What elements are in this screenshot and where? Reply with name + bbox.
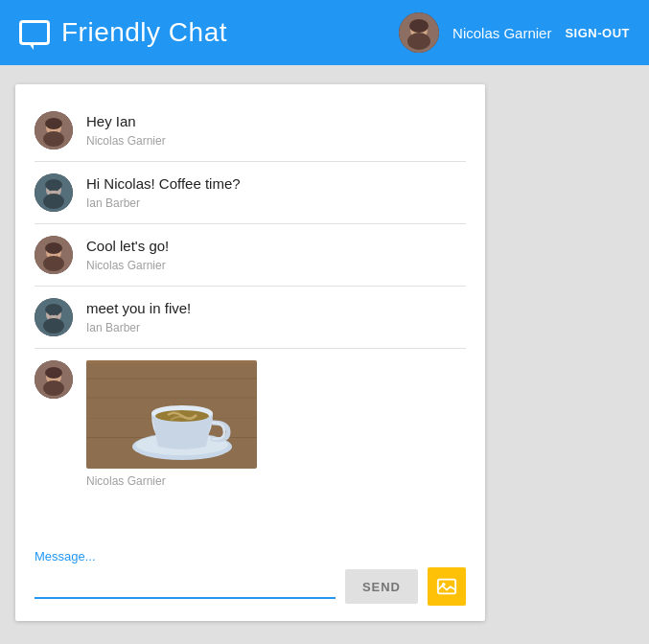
svg-rect-38: [86, 378, 257, 380]
app-logo-icon: [19, 20, 50, 45]
message-item: Nicolas Garnier: [35, 349, 466, 499]
message-item: meet you in five!Ian Barber: [35, 287, 466, 349]
svg-rect-39: [86, 397, 257, 399]
message-sender: Nicolas Garnier: [86, 134, 166, 148]
svg-point-2: [409, 19, 429, 33]
svg-point-22: [56, 251, 58, 254]
header-username: Nicolas Garnier: [452, 25, 551, 41]
svg-point-15: [49, 189, 52, 192]
svg-point-34: [56, 376, 58, 379]
message-sender: Nicolas Garnier: [86, 474, 257, 488]
svg-point-4: [421, 29, 424, 32]
message-avatar: [35, 298, 73, 336]
message-avatar: [35, 173, 73, 212]
svg-point-17: [43, 194, 64, 209]
main-area: Hey IanNicolas Garnier Hi Nicolas! Coffe…: [0, 65, 649, 644]
svg-point-10: [56, 126, 58, 129]
svg-point-16: [56, 189, 58, 192]
input-underline: [35, 597, 336, 599]
svg-point-28: [56, 313, 58, 316]
svg-point-5: [407, 33, 430, 50]
input-row: SEND: [35, 567, 466, 606]
app-title: Friendly Chat: [61, 17, 227, 48]
svg-point-23: [43, 256, 64, 271]
svg-point-29: [43, 318, 64, 334]
svg-point-32: [45, 367, 62, 379]
message-item: Hi Nicolas! Coffee time?Ian Barber: [35, 162, 466, 224]
svg-point-11: [43, 131, 64, 147]
message-content: Cool let's go!Nicolas Garnier: [86, 236, 169, 272]
message-label[interactable]: Message...: [35, 549, 466, 564]
message-text: Hi Nicolas! Coffee time?: [86, 173, 241, 194]
message-content: Hey IanNicolas Garnier: [86, 111, 166, 148]
send-button[interactable]: SEND: [345, 569, 418, 604]
svg-point-9: [49, 126, 52, 129]
message-content: Hi Nicolas! Coffee time?Ian Barber: [86, 173, 241, 210]
message-sender: Ian Barber: [86, 196, 241, 210]
svg-point-20: [45, 242, 62, 254]
input-area: Message... SEND: [15, 540, 485, 621]
app-header: Friendly Chat Nicolas Garnier SIGN-OUT: [0, 0, 649, 65]
signout-button[interactable]: SIGN-OUT: [565, 26, 630, 40]
message-content: Nicolas Garnier: [86, 360, 257, 488]
svg-point-8: [45, 118, 62, 129]
image-icon: [436, 576, 457, 597]
message-text: Hey Ian: [86, 111, 166, 131]
message-text: meet you in five!: [86, 298, 191, 318]
message-avatar: [35, 236, 73, 274]
svg-point-33: [49, 376, 52, 379]
svg-point-14: [45, 179, 62, 191]
message-item: Hey IanNicolas Garnier: [35, 100, 466, 162]
svg-point-27: [49, 313, 52, 316]
message-input-wrapper: [35, 575, 336, 599]
chat-card: Hey IanNicolas Garnier Hi Nicolas! Coffe…: [15, 84, 485, 621]
message-text: Cool let's go!: [86, 236, 169, 256]
header-avatar: [399, 12, 439, 53]
svg-rect-37: [86, 360, 257, 363]
message-image: [86, 360, 257, 469]
svg-point-21: [49, 251, 52, 254]
svg-point-3: [414, 29, 417, 32]
image-upload-button[interactable]: [428, 567, 466, 606]
message-content: meet you in five!Ian Barber: [86, 298, 191, 334]
messages-area: Hey IanNicolas Garnier Hi Nicolas! Coffe…: [15, 84, 485, 540]
message-sender: Ian Barber: [86, 321, 191, 334]
message-avatar: [35, 111, 73, 150]
header-right: Nicolas Garnier SIGN-OUT: [399, 12, 630, 53]
message-avatar: [35, 360, 73, 399]
message-input[interactable]: [35, 575, 336, 595]
svg-point-35: [43, 380, 64, 396]
message-sender: Nicolas Garnier: [86, 259, 169, 272]
svg-point-26: [45, 304, 62, 315]
message-item: Cool let's go!Nicolas Garnier: [35, 224, 466, 287]
